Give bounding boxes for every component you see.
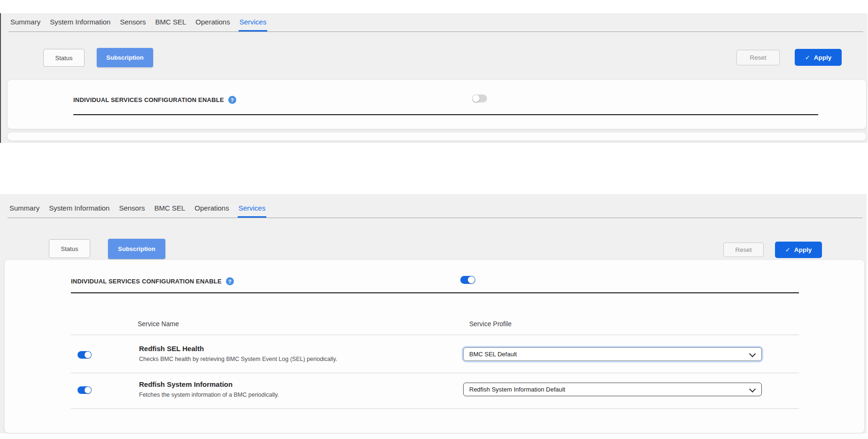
service-description: Checks BMC health by retrieving BMC Syst…	[139, 356, 337, 362]
service-enable-toggle[interactable]	[78, 386, 92, 394]
service-description: Fetches the system information of a BMC …	[139, 392, 279, 398]
tab-summary[interactable]: Summary	[9, 17, 41, 31]
tab-system-information[interactable]: System Information	[49, 17, 111, 31]
column-header-service-name: Service Name	[138, 320, 179, 328]
individual-services-config-toggle[interactable]	[472, 94, 487, 102]
config-underline	[71, 292, 799, 293]
tab-bar-divider	[8, 31, 863, 32]
service-enable-toggle[interactable]	[78, 351, 92, 359]
services-panel-toggle-on: Summary System Information Sensors BMC S…	[0, 194, 867, 433]
individual-services-config-row: INDIVIDUAL SERVICES CONFIGURATION ENABLE…	[71, 277, 234, 285]
individual-services-config-row: INDIVIDUAL SERVICES CONFIGURATION ENABLE…	[73, 96, 236, 104]
header-divider	[71, 335, 799, 335]
tab-services[interactable]: Services	[239, 17, 268, 31]
row-divider	[71, 373, 799, 373]
apply-button[interactable]: ✓ Apply	[795, 49, 842, 66]
service-profile-dropdown[interactable]: BMC SEL Default	[464, 348, 761, 361]
config-underline	[73, 114, 818, 115]
status-subtab-button[interactable]: Status	[49, 239, 90, 258]
subscription-subtab-button[interactable]: Subscription	[97, 48, 153, 67]
status-subtab-button[interactable]: Status	[43, 49, 85, 67]
service-name: Redfish SEL Health	[139, 345, 204, 353]
service-profile-select[interactable]: Redfish System Information Default	[463, 383, 762, 396]
tab-operations[interactable]: Operations	[194, 204, 230, 218]
toggle-knob	[85, 387, 91, 393]
toggle-knob	[468, 276, 475, 283]
checkmark-icon: ✓	[785, 246, 790, 253]
toggle-knob	[85, 352, 91, 358]
tab-operations[interactable]: Operations	[194, 17, 231, 31]
main-tab-bar: Summary System Information Sensors BMC S…	[8, 204, 266, 218]
tab-sensors[interactable]: Sensors	[118, 204, 146, 218]
main-tab-bar: Summary System Information Sensors BMC S…	[9, 17, 267, 31]
individual-services-config-toggle[interactable]	[460, 276, 475, 284]
services-panel-toggle-off: Summary System Information Sensors BMC S…	[0, 13, 868, 143]
apply-button[interactable]: ✓ Apply	[775, 242, 822, 258]
tab-bar-divider	[8, 218, 862, 218]
services-config-card: INDIVIDUAL SERVICES CONFIGURATION ENABLE…	[5, 260, 864, 433]
tab-summary[interactable]: Summary	[8, 204, 40, 218]
row-divider	[71, 408, 799, 409]
subscription-subtab-button[interactable]: Subscription	[108, 239, 165, 259]
tab-system-information[interactable]: System Information	[48, 204, 110, 218]
reset-button[interactable]: Reset	[723, 243, 764, 257]
service-profile-dropdown[interactable]: Redfish System Information Default	[464, 383, 761, 396]
apply-button-label: Apply	[794, 246, 812, 253]
help-icon[interactable]: ?	[226, 277, 234, 285]
service-name: Redfish System Information	[139, 380, 232, 388]
individual-services-config-label: INDIVIDUAL SERVICES CONFIGURATION ENABLE	[71, 278, 222, 285]
toggle-knob	[473, 95, 480, 102]
services-config-card: INDIVIDUAL SERVICES CONFIGURATION ENABLE…	[8, 80, 866, 129]
column-header-service-profile: Service Profile	[469, 320, 512, 328]
partial-card	[8, 133, 866, 141]
tab-bmc-sel[interactable]: BMC SEL	[153, 204, 186, 218]
individual-services-config-label: INDIVIDUAL SERVICES CONFIGURATION ENABLE	[73, 96, 224, 103]
tab-bmc-sel[interactable]: BMC SEL	[154, 17, 187, 31]
reset-button[interactable]: Reset	[736, 50, 780, 65]
help-icon[interactable]: ?	[228, 96, 236, 104]
tab-sensors[interactable]: Sensors	[119, 17, 147, 31]
checkmark-icon: ✓	[805, 54, 810, 61]
tab-services[interactable]: Services	[238, 204, 267, 218]
apply-button-label: Apply	[814, 54, 832, 61]
service-profile-select[interactable]: BMC SEL Default	[463, 347, 762, 361]
